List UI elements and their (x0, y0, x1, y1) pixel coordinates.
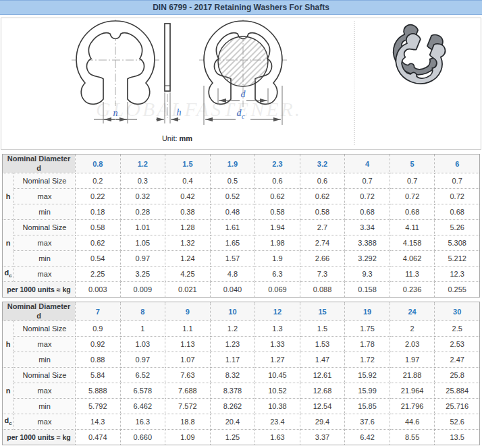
value-cell: 0.7 (345, 173, 390, 189)
value-cell: 8.32 (210, 368, 255, 383)
value-cell: 14.3 (76, 414, 121, 430)
value-cell: 8.55 (390, 430, 435, 445)
dimension-label-n: n (113, 108, 118, 118)
column-header: 6 (435, 155, 480, 173)
value-cell: 7.572 (165, 399, 211, 414)
column-header: 3.2 (300, 155, 345, 173)
value-cell: 0.6 (300, 173, 345, 189)
value-cell: 0.158 (345, 282, 390, 298)
value-cell: 12.54 (300, 399, 345, 414)
value-cell: 4.11 (390, 220, 435, 235)
value-cell: 8.262 (210, 399, 255, 414)
value-cell: 1.65 (210, 235, 255, 251)
value-cell: 0.4 (165, 173, 211, 189)
value-cell: 52.6 (435, 414, 480, 430)
table-row: min0.540.971.241.571.92.663.2924.0625.21… (3, 251, 480, 267)
row-label-full: per 1000 units ≈ kg (3, 282, 76, 298)
column-header: 8 (120, 302, 165, 321)
value-cell: 3.25 (120, 267, 165, 282)
row-sublabel: min (14, 251, 76, 267)
page-title: DIN 6799 - 2017 Retaining Washers For Sh… (0, 0, 482, 15)
table-row: max5.8886.5787.6888.37810.5212.6815.9921… (3, 383, 480, 399)
value-cell: 0.040 (210, 282, 255, 298)
value-cell: 2.74 (300, 235, 345, 251)
spec-table: Nominal Diameterd789101215192430hNominal… (2, 302, 480, 445)
group-label: n (3, 220, 14, 267)
value-cell: 4.158 (390, 235, 435, 251)
value-cell: 15.99 (345, 383, 390, 399)
value-cell: 0.58 (76, 220, 121, 235)
value-cell: 0.28 (120, 204, 165, 220)
value-cell: 4.25 (165, 267, 211, 282)
value-cell: 2.66 (300, 251, 345, 267)
value-cell: 0.62 (255, 189, 300, 204)
table-row: min0.880.971.071.171.271.471.721.972.47 (3, 352, 480, 368)
value-cell: 9.3 (345, 267, 390, 282)
row-sublabel: Nominal Size (14, 368, 76, 383)
dimension-label-dc-sub: c (242, 113, 245, 120)
value-cell: 0.68 (345, 204, 390, 220)
column-header: 5 (390, 155, 435, 173)
unit-value: mm (180, 134, 193, 142)
value-cell: 1.57 (210, 251, 255, 267)
value-cell: 5.26 (435, 220, 480, 235)
value-cell: 2.25 (76, 267, 121, 282)
value-cell: 15.85 (345, 399, 390, 414)
row-sublabel: min (14, 352, 76, 368)
value-cell: 0.72 (390, 189, 435, 204)
value-cell: 0.38 (165, 204, 211, 220)
value-cell: 6.3 (255, 267, 300, 282)
value-cell: 1.07 (165, 352, 211, 368)
value-cell: 20.4 (210, 414, 255, 430)
value-cell: 23.4 (255, 414, 300, 430)
value-cell: 1.27 (255, 352, 300, 368)
value-cell: 0.003 (76, 282, 121, 298)
value-cell: 1.01 (120, 220, 165, 235)
table-row: nNominal Size5.846.527.638.3210.4512.611… (3, 368, 480, 383)
value-cell: 2.7 (300, 220, 345, 235)
row-sublabel: max (14, 189, 76, 204)
value-cell: 0.2 (76, 173, 121, 189)
group-label: n (3, 368, 14, 414)
value-cell: 15.92 (345, 368, 390, 383)
value-cell: 0.069 (255, 282, 300, 298)
value-cell: 1.5 (300, 321, 345, 337)
value-cell: 0.6 (255, 173, 300, 189)
value-cell: 0.5 (210, 173, 255, 189)
value-cell: 1.1 (165, 321, 211, 337)
value-cell: 3.37 (300, 430, 345, 445)
value-cell: 1.13 (165, 337, 211, 352)
value-cell: 5.792 (76, 399, 121, 414)
value-cell: 1 (120, 321, 165, 337)
value-cell: 0.9 (76, 321, 121, 337)
value-cell: 0.97 (120, 251, 165, 267)
value-cell: 0.72 (345, 189, 390, 204)
value-cell: 7.688 (165, 383, 211, 399)
value-cell: 1.23 (210, 337, 255, 352)
value-cell: 0.54 (76, 251, 121, 267)
dimension-label-d: d (241, 89, 246, 99)
group-label: dc (3, 267, 14, 282)
value-cell: 1.25 (210, 430, 255, 445)
row-sublabel: Nominal Size (14, 321, 76, 337)
table-row: max0.621.051.321.651.982.743.3884.1585.3… (3, 235, 480, 251)
value-cell: 21.796 (390, 399, 435, 414)
diagram-panel: n h d d c (1, 18, 481, 150)
page: DIN 6799 - 2017 Retaining Washers For Sh… (0, 0, 482, 448)
spec-table: Nominal Diameterd0.81.21.51.92.33.2456hN… (2, 154, 480, 298)
value-cell: 12.61 (300, 368, 345, 383)
value-cell: 0.32 (120, 189, 165, 204)
value-cell: 1.94 (255, 220, 300, 235)
table-corner-header: Nominal Diameterd (3, 302, 76, 321)
row-sublabel: max (14, 267, 76, 282)
value-cell: 0.7 (435, 173, 480, 189)
value-cell: 12.68 (300, 383, 345, 399)
value-cell: 7.63 (165, 368, 211, 383)
table-row: dcmax2.253.254.254.86.37.39.311.312.3 (3, 267, 480, 282)
value-cell: 0.68 (390, 204, 435, 220)
value-cell: 0.62 (76, 235, 121, 251)
shaft-section (218, 36, 268, 86)
value-cell: 21.964 (390, 383, 435, 399)
value-cell: 1.33 (255, 337, 300, 352)
value-cell: 13.5 (435, 430, 480, 445)
